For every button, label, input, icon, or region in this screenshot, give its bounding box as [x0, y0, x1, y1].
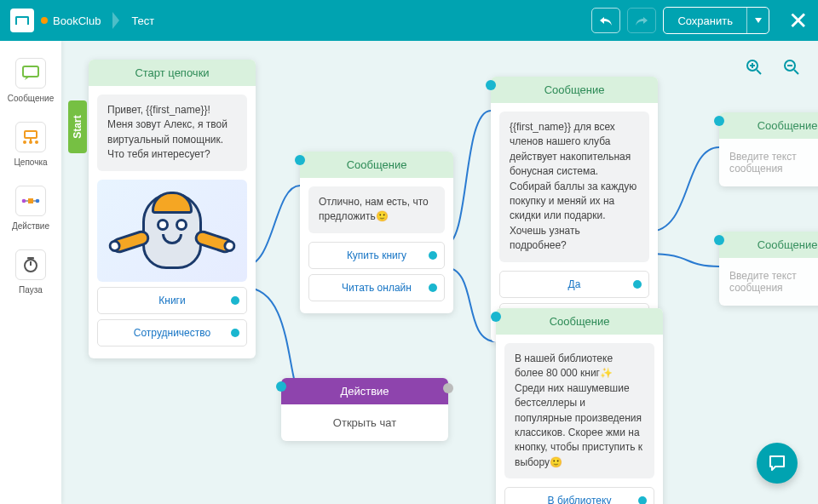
- node-title: Сообщение: [719, 232, 818, 258]
- node-image: [97, 180, 247, 282]
- node-title: Сообщение: [300, 152, 453, 178]
- node-option[interactable]: Читать онлайн: [308, 274, 445, 301]
- connector-out-icon[interactable]: [443, 383, 453, 393]
- svg-rect-8: [28, 198, 33, 203]
- node-action[interactable]: Действие Открыть чат: [281, 378, 448, 441]
- pause-icon: [15, 249, 46, 280]
- zoom-in-button[interactable]: [743, 56, 765, 78]
- connector-in-icon[interactable]: [491, 312, 501, 322]
- sidebar-item-label: Цепочка: [14, 158, 47, 167]
- svg-point-6: [22, 199, 26, 203]
- connector-out-icon[interactable]: [231, 329, 239, 337]
- connector-in-icon[interactable]: [714, 116, 724, 126]
- node-title: Сообщение: [491, 77, 658, 103]
- option-label: Сотрудничество: [134, 327, 210, 339]
- option-label: Купить книгу: [347, 249, 406, 261]
- node-title: Сообщение: [496, 308, 663, 335]
- svg-point-5: [35, 140, 38, 144]
- connector-out-icon[interactable]: [231, 296, 239, 305]
- option-label: Читать онлайн: [342, 282, 412, 294]
- zoom-out-button[interactable]: [781, 56, 803, 78]
- sidebar-item-label: Пауза: [19, 285, 43, 295]
- node-message-3[interactable]: Сообщение В нашей библиотеке более 80 00…: [496, 308, 663, 504]
- connector-out-icon[interactable]: [429, 251, 437, 260]
- svg-rect-13: [27, 257, 34, 259]
- flow-canvas[interactable]: Start Старт цепочки Привет, {{first_name…: [61, 41, 818, 504]
- node-message-ghost-2[interactable]: Сообщение Введите текст сообщения: [719, 232, 818, 306]
- node-text: В нашей библиотеке более 80 000 книг✨ Ср…: [504, 343, 654, 478]
- tool-sidebar: Сообщение Цепочка Действие Пауза: [0, 41, 61, 504]
- connector-out-icon[interactable]: [633, 280, 642, 289]
- node-text: Отлично, нам есть, что предложить🙂: [308, 186, 445, 233]
- sidebar-item-message[interactable]: Сообщение: [8, 58, 54, 103]
- save-button[interactable]: Сохранить: [664, 8, 746, 33]
- caret-down-icon: [755, 18, 762, 23]
- breadcrumb-separator-icon: [112, 12, 119, 29]
- svg-point-4: [29, 140, 32, 144]
- sidebar-item-action[interactable]: Действие: [12, 186, 49, 231]
- sidebar-item-label: Сообщение: [8, 94, 54, 103]
- svg-rect-1: [25, 131, 37, 138]
- breadcrumb: BookClub Тест: [41, 12, 154, 29]
- node-action-body: Открыть чат: [281, 404, 448, 441]
- node-option[interactable]: Сотрудничество: [97, 319, 247, 346]
- undo-icon: [599, 14, 613, 26]
- zoom-in-icon: [746, 59, 763, 76]
- save-dropdown-button[interactable]: [746, 8, 769, 33]
- connector-out-icon[interactable]: [638, 496, 647, 504]
- message-icon: [15, 58, 46, 89]
- svg-line-19: [794, 70, 798, 74]
- sidebar-item-pause[interactable]: Пауза: [15, 249, 46, 295]
- zoom-controls: [743, 56, 803, 78]
- node-option[interactable]: Да: [499, 271, 649, 298]
- breadcrumb-flow-label[interactable]: Тест: [131, 14, 154, 27]
- start-tag: Start: [68, 100, 87, 153]
- undo-button[interactable]: [591, 8, 620, 33]
- node-option[interactable]: Книги: [97, 287, 247, 314]
- node-text: Привет, {{first_name}}! Меня зовут Алекс…: [97, 94, 247, 171]
- sidebar-item-chain[interactable]: Цепочка: [14, 122, 47, 167]
- connector-in-icon[interactable]: [276, 381, 286, 392]
- unsaved-dot-icon: [41, 17, 48, 24]
- node-message-ghost-1[interactable]: Сообщение Введите текст сообщения: [719, 112, 818, 186]
- help-chat-button[interactable]: [757, 443, 798, 484]
- svg-rect-0: [23, 66, 38, 77]
- node-start[interactable]: Старт цепочки Привет, {{first_name}}! Ме…: [89, 60, 256, 358]
- start-tag-label: Start: [72, 115, 84, 138]
- node-title: Сообщение: [719, 112, 818, 139]
- top-actions: Сохранить ✕: [591, 7, 808, 35]
- breadcrumb-project-label: BookClub: [53, 14, 101, 27]
- option-label: В библиотеку: [548, 495, 612, 504]
- node-placeholder-text: Введите текст сообщения: [719, 139, 818, 186]
- svg-point-7: [36, 199, 40, 203]
- close-button[interactable]: ✕: [788, 7, 808, 35]
- app-logo[interactable]: [10, 9, 34, 32]
- node-option[interactable]: В библиотеку: [504, 487, 654, 504]
- zoom-out-icon: [783, 59, 800, 76]
- redo-icon: [635, 14, 648, 26]
- connector-out-icon[interactable]: [429, 284, 437, 292]
- redo-button[interactable]: [627, 8, 656, 33]
- top-bar: BookClub Тест Сохранить ✕: [0, 0, 818, 41]
- save-button-group: Сохранить: [663, 7, 769, 34]
- option-label: Книги: [158, 295, 185, 306]
- node-message-1[interactable]: Сообщение Отлично, нам есть, что предлож…: [300, 152, 453, 313]
- breadcrumb-project[interactable]: BookClub: [41, 14, 101, 27]
- option-label: Да: [568, 278, 581, 290]
- chat-bubble-icon: [767, 453, 787, 473]
- save-label: Сохранить: [677, 14, 733, 27]
- node-message-2[interactable]: Сообщение {{first_name}} для всех членов…: [491, 77, 658, 342]
- node-text: {{first_name}} для всех членов нашего кл…: [499, 112, 649, 262]
- svg-line-15: [757, 70, 761, 74]
- chain-icon: [15, 122, 46, 152]
- connector-in-icon[interactable]: [486, 80, 496, 90]
- node-title: Действие: [281, 378, 448, 404]
- node-option[interactable]: Купить книгу: [308, 242, 445, 269]
- node-title: Старт цепочки: [89, 60, 256, 86]
- action-icon: [15, 186, 46, 216]
- node-placeholder-text: Введите текст сообщения: [719, 258, 818, 306]
- connector-in-icon[interactable]: [714, 235, 724, 245]
- svg-point-3: [23, 140, 26, 144]
- connector-in-icon[interactable]: [295, 155, 305, 165]
- sidebar-item-label: Действие: [12, 221, 49, 231]
